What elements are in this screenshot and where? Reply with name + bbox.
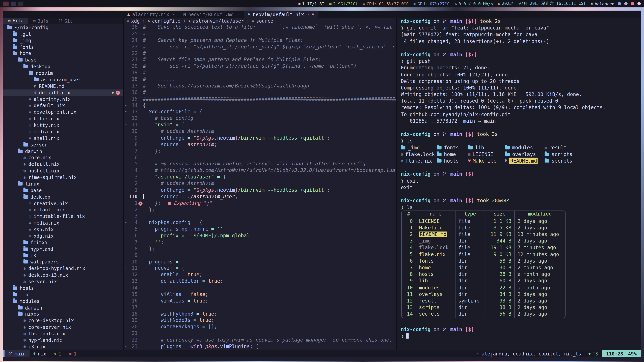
record-icon[interactable] (631, 2, 634, 5)
code-line-22[interactable]: 22 # currently we use lazy.nvim as neovi… (124, 337, 396, 344)
tree-item-default.nix[interactable]: ❄default.nix (3, 102, 123, 109)
code-line-22[interactable]: 22# (124, 50, 396, 57)
code-line-17[interactable]: 17# See https://astronvim.com/Basic%20Us… (124, 83, 396, 89)
code-line-6[interactable]: 6 prefix = ''${HOME}/.npm-global (124, 233, 396, 239)
editor[interactable]: ◈xdg❯◈configFile❯◈astronvim/lua/user❯◈so… (124, 17, 397, 350)
fold-icon[interactable]: ▾ (124, 220, 128, 226)
fold-icon[interactable]: ▾ (124, 259, 128, 265)
tree-item-i3[interactable]: i3 (3, 252, 123, 259)
tree-item-xdg.nix[interactable]: ❄xdg.nix (3, 233, 123, 239)
code-area[interactable]: 26# Save the selected text to a file: `:… (124, 24, 396, 350)
tree-item-_img[interactable]: _img (3, 37, 123, 44)
code-line-16[interactable]: 16# (124, 89, 396, 96)
tree-item-desktop[interactable]: desktop (3, 194, 123, 200)
tree-item-media.nix[interactable]: ❄media.nix (3, 220, 123, 226)
audio-icon[interactable] (624, 2, 628, 5)
tree-item-darwin[interactable]: darwin (3, 148, 123, 155)
code-line-2[interactable]: 2 # update AstroNvim (124, 181, 396, 187)
bluetooth-icon[interactable] (618, 2, 621, 5)
code-line-3[interactable]: ▾3 "astronvim/lua/user" = { (124, 174, 396, 181)
fold-icon[interactable]: ▾ (124, 102, 128, 109)
tree-item-kitty.nix[interactable]: ❄kitty.nix (3, 122, 123, 129)
fold-icon[interactable]: ▾ (124, 109, 128, 115)
tree-item-core-server.nix[interactable]: ❄core-server.nix (3, 324, 123, 331)
code-line-7[interactable]: 7 ''; (124, 239, 396, 246)
tree-item-immutable-file.nix[interactable]: ❄immutable-file.nix (3, 213, 123, 220)
tree-item-base[interactable]: base (3, 187, 123, 194)
close-icon[interactable]: × (307, 12, 310, 16)
code-line-8[interactable]: 8 }; (124, 246, 396, 252)
tree-item-i3.nix[interactable]: ❄i3.nix (3, 344, 123, 350)
tree-item-nushell.nix[interactable]: ❄nushell.nix (3, 168, 123, 174)
code-line-21[interactable]: 21# Search file name pattern and Replace… (124, 57, 396, 63)
code-line-18[interactable]: 18# ...... (124, 76, 396, 83)
fold-icon[interactable]: ▾ (124, 122, 128, 129)
code-line-23[interactable]: 23# sed -ri "s/pattern_str/replace_str/g… (124, 44, 396, 50)
code-line-2[interactable]: 2 }; (124, 207, 396, 213)
tree-item-hyprland[interactable]: hyprland (3, 246, 123, 252)
tray-app-icon[interactable] (638, 2, 641, 5)
tree-item-fcitx5[interactable]: fcitx5 (3, 239, 123, 246)
code-line-13[interactable]: 13 defaultEditor = true; (124, 278, 396, 285)
tree-item-hyprland.nix[interactable]: ❄hyprland.nix (3, 337, 123, 344)
tree-item-modules[interactable]: modules (3, 298, 123, 304)
tree-item-core-desktop.nix[interactable]: ❄core-desktop.nix (3, 318, 123, 324)
tree-item-README.md[interactable]: MREADME.md (3, 83, 123, 89)
code-line-7[interactable]: 7 }; (124, 148, 396, 155)
code-line-20[interactable]: 20 extraPackages = []; (124, 324, 396, 331)
close-icon[interactable]: × (237, 12, 239, 16)
code-line-24[interactable]: 24# Search key pattern and Replace in Mu… (124, 37, 396, 44)
tree-item-rime-squirrel.nix[interactable]: ❄rime-squirrel.nix (3, 174, 123, 181)
tree-item-server[interactable]: server (3, 141, 123, 148)
close-icon[interactable]: × (172, 12, 175, 16)
code-line-17[interactable]: 17 (124, 304, 396, 311)
code-line-10[interactable]: ▾10 programs = { (124, 259, 396, 265)
tree-item-fonts[interactable]: fonts (3, 44, 123, 50)
tree-item-hosts[interactable]: hosts (3, 285, 123, 292)
code-line-4[interactable]: 4 # https://github.com/AstroNvim/AstroNv… (124, 168, 396, 174)
tree-item-darwin[interactable]: darwin (3, 304, 123, 311)
code-line-20[interactable]: 20# sed -ri "s/pattern_str/replace_str/g… (124, 63, 396, 70)
tree-item-default.nix[interactable]: ❄default.nix (3, 207, 123, 213)
code-line-10[interactable]: 10 # update AstroNvim (124, 129, 396, 135)
code-line-110[interactable]: 110 source = ./astronvim_user; (124, 194, 396, 200)
fold-icon[interactable]: ▾ (124, 344, 128, 350)
tree-item-wallpapers[interactable]: wallpapers (3, 259, 123, 265)
code-line-15[interactable]: 15######################################… (124, 96, 396, 102)
code-line-11[interactable]: ▾11 neovim = { (124, 265, 396, 272)
workspace-tile-2[interactable] (11, 1, 16, 6)
file-tree[interactable]: ~/nix-config.git_imgfontshomebasedesktop… (3, 24, 123, 350)
tree-item-shell.nix[interactable]: ❄shell.nix (3, 135, 123, 141)
buffer-tab-alacritty.nix[interactable]: ▲alacritty.nix× (123, 11, 179, 18)
buffer-tab-neovim/default.nix[interactable]: ❄neovim/default.nix×● (244, 11, 318, 18)
buffer-tab-neovim/README.md[interactable]: Mneovim/README.md× (179, 11, 244, 18)
tree-item-alacritty.nix[interactable]: ❄alacritty.nix (3, 96, 123, 102)
code-line-23[interactable]: ▾23 plugins = with pkgs.vimPlugins; [ (124, 344, 396, 350)
code-line-18[interactable]: 18 withPython3 = true; (124, 311, 396, 318)
code-line-8[interactable]: 8 source = astronvim; (124, 141, 396, 148)
tree-item-fhs-fonts.nix[interactable]: ❄fhs-fonts.nix (3, 331, 123, 337)
code-line-12[interactable]: 12 enable = true; (124, 272, 396, 278)
code-line-13[interactable]: ▾13 xdg.configFile = { (124, 109, 396, 115)
code-line-1[interactable]: 1× };■ Expecting ";" (124, 200, 396, 207)
tree-item-desktop[interactable]: desktop (3, 63, 123, 70)
tree-item-creative.nix[interactable]: ❄creative.nix (3, 200, 123, 207)
code-line-5[interactable]: 5 # my cusotom astronvim config, astronv… (124, 161, 396, 168)
tree-item-nixos[interactable]: nixos (3, 311, 123, 318)
fold-icon[interactable]: ▾ (124, 226, 128, 233)
code-line-19[interactable]: 19 withNodeJs = true; (124, 318, 396, 324)
code-line-19[interactable]: 19# (124, 70, 396, 76)
tree-item-~/nix-config[interactable]: ~/nix-config (3, 24, 123, 31)
code-line-5[interactable]: ▾5 programs.npm.npmrc = '' (124, 226, 396, 233)
tree-item-default.nix[interactable]: ❄default.nix●× (3, 89, 123, 96)
tree-item-home[interactable]: home (3, 50, 123, 57)
code-line-6[interactable]: 6 (124, 155, 396, 161)
statusline-branch[interactable]: main (4, 350, 30, 357)
workspace-tile-3[interactable] (18, 1, 24, 6)
code-line-11[interactable]: ▾11 "nvim" = { (124, 122, 396, 129)
code-line-9[interactable]: 9 (124, 252, 396, 259)
tree-item-development.nix[interactable]: ❄development.nix (3, 109, 123, 115)
tree-item-helix.nix[interactable]: ❄helix.nix (3, 115, 123, 122)
code-line-15[interactable]: 15 viAlias = false; (124, 291, 396, 298)
tree-item-linux[interactable]: linux (3, 181, 123, 187)
